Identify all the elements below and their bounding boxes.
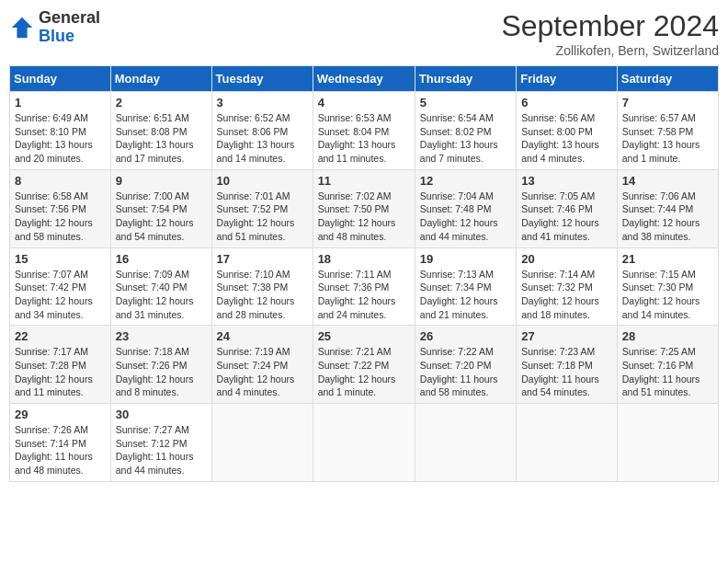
day-number: 30: [116, 408, 207, 421]
day-info: Sunrise: 6:58 AMSunset: 7:56 PMDaylight:…: [15, 190, 106, 244]
day-info: Sunrise: 7:13 AMSunset: 7:34 PMDaylight:…: [420, 268, 511, 322]
day-info: Sunrise: 7:18 AMSunset: 7:26 PMDaylight:…: [116, 345, 207, 399]
logo-text: General Blue: [39, 9, 100, 46]
day-info: Sunrise: 6:53 AMSunset: 8:04 PMDaylight:…: [318, 111, 410, 166]
day-info: Sunrise: 7:23 AMSunset: 7:18 PMDaylight:…: [521, 345, 612, 399]
day-info: Sunrise: 7:05 AMSunset: 7:46 PMDaylight:…: [521, 190, 612, 244]
day-number: 10: [217, 174, 308, 188]
day-info: Sunrise: 7:07 AMSunset: 7:42 PMDaylight:…: [15, 268, 106, 322]
day-number: 27: [521, 329, 612, 343]
calendar-cell: 28Sunrise: 7:25 AMSunset: 7:16 PMDayligh…: [617, 326, 718, 404]
day-number: 4: [318, 96, 410, 109]
calendar-cell: 1Sunrise: 6:49 AMSunset: 8:10 PMDaylight…: [10, 92, 111, 170]
day-number: 24: [217, 329, 308, 343]
weekday-header-monday: Monday: [110, 66, 211, 92]
day-number: 25: [318, 329, 410, 343]
logo-blue-text: Blue: [39, 27, 74, 45]
weekday-header-thursday: Thursday: [415, 66, 516, 92]
calendar-cell: [517, 404, 618, 482]
day-number: 23: [116, 329, 207, 343]
calendar-cell: 22Sunrise: 7:17 AMSunset: 7:28 PMDayligh…: [10, 326, 111, 404]
weekday-header-sunday: Sunday: [10, 66, 111, 92]
day-number: 26: [420, 329, 511, 343]
calendar-table: SundayMondayTuesdayWednesdayThursdayFrid…: [9, 65, 719, 482]
day-info: Sunrise: 6:56 AMSunset: 8:00 PMDaylight:…: [521, 111, 612, 166]
calendar-cell: 26Sunrise: 7:22 AMSunset: 7:20 PMDayligh…: [415, 326, 516, 404]
calendar-cell: 10Sunrise: 7:01 AMSunset: 7:52 PMDayligh…: [211, 169, 313, 247]
day-number: 2: [116, 96, 207, 109]
calendar-week-row: 29Sunrise: 7:26 AMSunset: 7:14 PMDayligh…: [10, 404, 719, 482]
day-info: Sunrise: 7:25 AMSunset: 7:16 PMDaylight:…: [622, 345, 713, 399]
logo-general-text: General: [39, 8, 100, 27]
day-number: 12: [420, 174, 511, 188]
calendar-cell: 27Sunrise: 7:23 AMSunset: 7:18 PMDayligh…: [517, 326, 618, 404]
day-number: 1: [15, 96, 106, 109]
day-number: 18: [318, 252, 410, 266]
day-info: Sunrise: 7:21 AMSunset: 7:22 PMDaylight:…: [318, 345, 410, 399]
calendar-cell: 11Sunrise: 7:02 AMSunset: 7:50 PMDayligh…: [313, 169, 415, 247]
calendar-cell: [313, 404, 415, 482]
calendar-cell: 21Sunrise: 7:15 AMSunset: 7:30 PMDayligh…: [617, 247, 718, 326]
calendar-cell: 4Sunrise: 6:53 AMSunset: 8:04 PMDaylight…: [313, 92, 415, 170]
title-block: September 2024 Zollikofen, Bern, Switzer…: [501, 9, 719, 58]
calendar-week-row: 15Sunrise: 7:07 AMSunset: 7:42 PMDayligh…: [10, 247, 719, 326]
day-info: Sunrise: 7:01 AMSunset: 7:52 PMDaylight:…: [217, 190, 308, 244]
day-number: 13: [521, 174, 612, 188]
calendar-cell: [211, 404, 313, 482]
calendar-cell: [415, 404, 516, 482]
day-number: 6: [521, 96, 612, 109]
day-number: 9: [116, 174, 207, 188]
weekday-header-friday: Friday: [517, 66, 618, 92]
calendar-cell: 16Sunrise: 7:09 AMSunset: 7:40 PMDayligh…: [110, 247, 211, 326]
day-number: 29: [15, 408, 106, 421]
weekday-header-saturday: Saturday: [617, 66, 718, 92]
day-info: Sunrise: 6:49 AMSunset: 8:10 PMDaylight:…: [15, 111, 106, 166]
day-info: Sunrise: 7:15 AMSunset: 7:30 PMDaylight:…: [622, 268, 713, 322]
calendar-cell: 8Sunrise: 6:58 AMSunset: 7:56 PMDaylight…: [10, 169, 111, 247]
calendar-cell: 29Sunrise: 7:26 AMSunset: 7:14 PMDayligh…: [10, 404, 111, 482]
weekday-header-tuesday: Tuesday: [211, 66, 313, 92]
calendar-week-row: 1Sunrise: 6:49 AMSunset: 8:10 PMDaylight…: [10, 92, 719, 170]
day-info: Sunrise: 6:51 AMSunset: 8:08 PMDaylight:…: [116, 111, 207, 166]
day-info: Sunrise: 7:11 AMSunset: 7:36 PMDaylight:…: [318, 268, 410, 322]
day-info: Sunrise: 7:06 AMSunset: 7:44 PMDaylight:…: [622, 190, 713, 244]
calendar-cell: 7Sunrise: 6:57 AMSunset: 7:58 PMDaylight…: [617, 92, 718, 170]
day-number: 7: [622, 96, 713, 109]
day-info: Sunrise: 7:04 AMSunset: 7:48 PMDaylight:…: [420, 190, 511, 244]
calendar-cell: 5Sunrise: 6:54 AMSunset: 8:02 PMDaylight…: [415, 92, 516, 170]
day-info: Sunrise: 7:17 AMSunset: 7:28 PMDaylight:…: [15, 345, 106, 399]
day-number: 28: [622, 329, 713, 343]
day-number: 5: [420, 96, 511, 109]
day-info: Sunrise: 7:22 AMSunset: 7:20 PMDaylight:…: [420, 345, 511, 399]
calendar-cell: 19Sunrise: 7:13 AMSunset: 7:34 PMDayligh…: [415, 247, 516, 326]
calendar-cell: 9Sunrise: 7:00 AMSunset: 7:54 PMDaylight…: [110, 169, 211, 247]
day-number: 15: [15, 252, 106, 266]
calendar-cell: 23Sunrise: 7:18 AMSunset: 7:26 PMDayligh…: [110, 326, 211, 404]
calendar-cell: 20Sunrise: 7:14 AMSunset: 7:32 PMDayligh…: [517, 247, 618, 326]
calendar-cell: 18Sunrise: 7:11 AMSunset: 7:36 PMDayligh…: [313, 247, 415, 326]
day-info: Sunrise: 7:19 AMSunset: 7:24 PMDaylight:…: [217, 345, 308, 399]
calendar-cell: 12Sunrise: 7:04 AMSunset: 7:48 PMDayligh…: [415, 169, 516, 247]
day-number: 21: [622, 252, 713, 266]
calendar-week-row: 22Sunrise: 7:17 AMSunset: 7:28 PMDayligh…: [10, 326, 719, 404]
calendar-week-row: 8Sunrise: 6:58 AMSunset: 7:56 PMDaylight…: [10, 169, 719, 247]
day-number: 8: [15, 174, 106, 188]
day-info: Sunrise: 7:02 AMSunset: 7:50 PMDaylight:…: [318, 190, 410, 244]
weekday-header-row: SundayMondayTuesdayWednesdayThursdayFrid…: [10, 66, 719, 92]
month-title: September 2024: [501, 9, 719, 43]
day-info: Sunrise: 7:10 AMSunset: 7:38 PMDaylight:…: [217, 268, 308, 322]
day-number: 22: [15, 329, 106, 343]
day-info: Sunrise: 6:54 AMSunset: 8:02 PMDaylight:…: [420, 111, 511, 166]
day-number: 16: [116, 252, 207, 266]
calendar-cell: 30Sunrise: 7:27 AMSunset: 7:12 PMDayligh…: [110, 404, 211, 482]
day-info: Sunrise: 7:09 AMSunset: 7:40 PMDaylight:…: [116, 268, 207, 322]
calendar-cell: 14Sunrise: 7:06 AMSunset: 7:44 PMDayligh…: [617, 169, 718, 247]
day-number: 14: [622, 174, 713, 188]
day-number: 3: [217, 96, 308, 109]
calendar-cell: 3Sunrise: 6:52 AMSunset: 8:06 PMDaylight…: [211, 92, 313, 170]
calendar-cell: 24Sunrise: 7:19 AMSunset: 7:24 PMDayligh…: [211, 326, 313, 404]
logo-icon: [9, 15, 35, 40]
svg-marker-0: [12, 17, 32, 38]
day-info: Sunrise: 7:26 AMSunset: 7:14 PMDaylight:…: [15, 423, 106, 477]
day-info: Sunrise: 7:00 AMSunset: 7:54 PMDaylight:…: [116, 190, 207, 244]
